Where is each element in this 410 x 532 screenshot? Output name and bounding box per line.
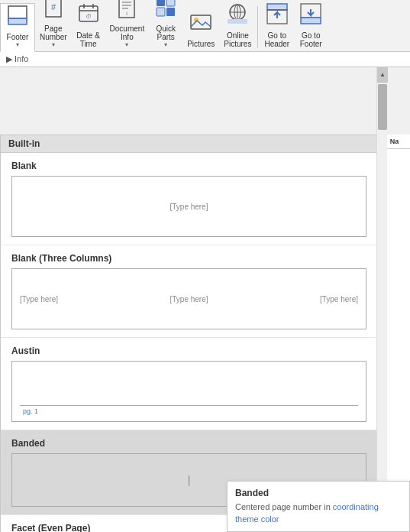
tooltip-description: Centered page number in coordinating the…: [235, 501, 402, 525]
austin-page-num: pg. 1: [23, 407, 38, 415]
svg-rect-29: [301, 18, 321, 24]
ribbon-divider: [257, 6, 258, 48]
dropdown-panel: Built-in Blank [Type here] Blank (Three …: [0, 135, 378, 532]
svg-rect-17: [157, 8, 165, 16]
banded-separator: |: [188, 474, 191, 486]
svg-text:#: #: [51, 2, 56, 11]
pictures-label: Pictures: [187, 40, 215, 48]
svg-text:i: i: [127, 11, 128, 16]
ribbon-item-page-number[interactable]: # PageNumber ▾: [35, 3, 72, 51]
svg-rect-18: [166, 8, 175, 16]
ribbon-item-online-pictures[interactable]: OnlinePictures: [219, 3, 256, 51]
scrollbar[interactable]: ▲: [376, 67, 387, 532]
svg-rect-1: [8, 18, 27, 24]
document-info-caret: ▾: [125, 41, 128, 48]
page-number-caret: ▾: [52, 41, 55, 48]
footer-item-blank[interactable]: Blank [Type here]: [1, 153, 377, 245]
online-pictures-label: OnlinePictures: [224, 31, 251, 48]
page-number-label: PageNumber: [40, 24, 67, 41]
footer-item-three-col-title: Blank (Three Columns): [11, 253, 366, 264]
ribbon-item-go-to-header[interactable]: Go toHeader: [260, 3, 294, 51]
section-header-builtin: Built-in: [1, 135, 377, 153]
svg-rect-15: [157, 0, 165, 6]
ribbon: Footer ▾ # PageNumber ▾ ⏱ Date &Time: [0, 0, 410, 52]
svg-text:⏱: ⏱: [86, 13, 92, 20]
go-to-footer-icon: [299, 2, 323, 30]
scroll-up-button[interactable]: ▲: [377, 67, 388, 83]
pictures-icon: [189, 10, 213, 38]
three-col-placeholder-2: [Type here]: [169, 295, 208, 303]
footer-icon: [5, 3, 30, 31]
austin-line: [20, 405, 358, 406]
footer-item-blank-title: Blank: [11, 161, 366, 171]
date-time-icon: ⏱: [76, 2, 101, 30]
ribbon-item-quick-parts[interactable]: QuickParts ▾: [149, 3, 182, 51]
quick-parts-caret: ▾: [164, 41, 167, 48]
footer-item-blank-three-columns[interactable]: Blank (Three Columns) [Type here] [Type …: [1, 245, 377, 338]
footer-item-three-col-preview: [Type here] [Type here] [Type here]: [11, 268, 366, 329]
svg-rect-26: [267, 4, 287, 10]
svg-rect-19: [191, 15, 211, 29]
document-info-label: DocumentInfo: [110, 24, 145, 41]
date-time-label: Date &Time: [76, 31, 100, 48]
footer-caret: ▾: [16, 41, 19, 48]
tooltip-desc-start: Centered page number in: [235, 502, 331, 511]
footer-item-blank-preview: [Type here]: [11, 176, 366, 237]
three-col-placeholder-3: [Type here]: [320, 295, 358, 303]
go-to-header-icon: [265, 2, 289, 30]
footer-item-austin-preview: pg. 1: [11, 361, 366, 422]
footer-label: Footer: [7, 33, 29, 41]
footer-item-austin[interactable]: Austin pg. 1: [1, 338, 377, 430]
online-pictures-icon: [225, 2, 250, 30]
ribbon-item-pictures[interactable]: Pictures: [182, 3, 219, 51]
quick-parts-label: QuickParts: [156, 24, 176, 41]
ribbon-item-go-to-footer[interactable]: Go toFooter: [294, 3, 328, 51]
go-to-header-label: Go toHeader: [264, 31, 289, 48]
svg-rect-25: [228, 19, 247, 24]
scroll-thumb[interactable]: [378, 84, 387, 130]
tooltip-banded: Banded Centered page number in coordinat…: [227, 481, 410, 532]
go-to-footer-label: Go toFooter: [300, 31, 322, 48]
page-number-icon: #: [41, 0, 66, 23]
tooltip-title: Banded: [235, 488, 402, 498]
document-info-icon: i: [115, 0, 139, 23]
ribbon-item-date-time[interactable]: ⏱ Date &Time: [72, 3, 105, 51]
ribbon-item-footer[interactable]: Footer ▾: [0, 3, 35, 52]
ribbon-item-document-info[interactable]: i DocumentInfo ▾: [105, 3, 150, 51]
footer-item-banded-title: Banded: [11, 438, 366, 449]
svg-rect-16: [166, 0, 175, 6]
quick-parts-icon: [153, 0, 178, 23]
scroll-up-icon: ▲: [379, 71, 386, 78]
footer-item-austin-title: Austin: [11, 345, 366, 356]
info-bar: ▶ Info: [0, 52, 410, 67]
info-bar-item[interactable]: ▶ Info: [6, 54, 28, 64]
three-col-placeholder-1: [Type here]: [20, 295, 58, 303]
blank-placeholder: [Type here]: [169, 203, 208, 211]
